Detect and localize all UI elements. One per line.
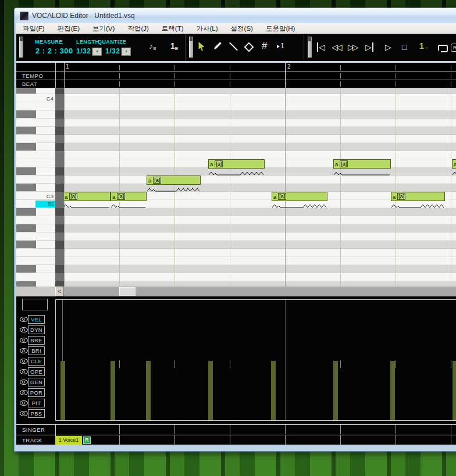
piano-key-fs3[interactable] [16, 143, 55, 151]
grid-row[interactable] [64, 151, 456, 159]
piano-key-gs3[interactable] [16, 127, 55, 135]
velocity-bar[interactable] [333, 361, 338, 420]
control-track-bri[interactable]: BRI [28, 346, 45, 355]
menu-item-file[interactable]: 파일(F) [16, 23, 51, 34]
grid-row[interactable] [64, 135, 456, 143]
visibility-eye-icon[interactable] [20, 338, 28, 343]
menu-item-track[interactable]: 트랙(T) [155, 23, 190, 34]
piano-key-a3[interactable] [16, 119, 55, 127]
piano-key-b3[interactable] [16, 102, 55, 110]
note-8-e3[interactable]: a[a] [452, 159, 456, 169]
velocity-bar[interactable] [111, 361, 115, 420]
velocity-bar[interactable] [146, 361, 151, 420]
grid-row[interactable] [64, 143, 456, 151]
control-track-gen[interactable]: GEN [28, 378, 45, 386]
rewind-icon[interactable]: ◁◁ [332, 42, 341, 52]
eraser-tool-icon[interactable] [244, 42, 254, 52]
control-track-pbs[interactable]: PBS [28, 409, 45, 418]
grid-row[interactable] [64, 102, 456, 110]
piano-key-ds3[interactable] [16, 167, 55, 176]
piano-key-gs2[interactable] [16, 224, 55, 232]
toolbar-gripper[interactable] [189, 37, 193, 58]
grid-row[interactable] [64, 127, 456, 135]
piano-keyboard[interactable]: C4C3B2 [16, 88, 64, 287]
menu-item-view[interactable]: 보기(V) [86, 23, 121, 34]
control-track-bre[interactable]: BRE [28, 336, 45, 345]
insert-measure-icon[interactable]: 1 [277, 42, 284, 50]
control-track-por[interactable]: POR [28, 388, 45, 397]
grid-row[interactable] [64, 273, 456, 281]
note-7-c3[interactable]: a[a] [391, 192, 445, 201]
piano-key-a2[interactable] [16, 216, 55, 224]
visibility-eye-icon[interactable] [20, 317, 28, 322]
visibility-eye-icon[interactable] [20, 359, 28, 364]
visibility-eye-icon[interactable] [20, 400, 28, 406]
grid-row[interactable] [64, 249, 456, 257]
piano-key-d2[interactable] [16, 273, 55, 281]
record-badge[interactable]: R [83, 436, 91, 444]
note-2-c3[interactable]: a[a] [111, 192, 147, 201]
grid-row[interactable] [64, 241, 456, 249]
length-dropdown-button[interactable]: ▾ [92, 48, 102, 56]
visibility-eye-icon[interactable] [20, 327, 28, 332]
menu-item-settings[interactable]: 설정(S) [225, 23, 259, 34]
scrollbar-thumb[interactable] [119, 287, 136, 296]
velocity-bar[interactable] [271, 361, 276, 420]
grid-row[interactable] [64, 265, 456, 273]
track-tab[interactable]: 1 Voice1 [55, 436, 82, 445]
piano-key-cs2[interactable] [16, 281, 55, 287]
grid-row[interactable] [64, 110, 456, 119]
visibility-eye-icon[interactable] [20, 369, 28, 374]
note-5-c3[interactable]: a[a] [272, 192, 327, 201]
grid-row[interactable] [64, 257, 456, 265]
length-value[interactable]: 1/32 [76, 47, 91, 55]
control-track-ope[interactable]: OPE [28, 367, 45, 376]
note-3-d3[interactable]: a[a] [147, 176, 201, 185]
selected-key-highlight[interactable]: B2 [35, 201, 55, 207]
skip-to-start-icon[interactable]: ◁ [317, 42, 325, 52]
control-track-dyn[interactable]: DYN [28, 325, 45, 334]
velocity-bar[interactable] [60, 361, 65, 420]
fast-forward-icon[interactable]: ▷▷ [348, 42, 357, 52]
measure-ruler[interactable]: TEMPO BEAT 12 [16, 63, 456, 88]
note-length-s-button[interactable]: ♪S [149, 41, 156, 51]
pointer-tool-icon[interactable] [198, 42, 205, 51]
menu-item-edit[interactable]: 편집(E) [51, 23, 86, 34]
visibility-eye-icon[interactable] [20, 348, 28, 353]
quantize-value[interactable]: 1/32 [105, 47, 120, 55]
stop-icon[interactable]: □ [402, 42, 407, 52]
return-to-measure-one-icon[interactable]: 1→ [419, 41, 429, 51]
note-6-e3[interactable]: a[a] [333, 159, 391, 169]
velocity-bar[interactable] [453, 361, 456, 420]
grid-row[interactable] [64, 88, 456, 94]
piano-key-e3[interactable] [16, 159, 55, 167]
piano-key-as3[interactable] [16, 110, 55, 119]
piano-key-cs3[interactable] [16, 184, 55, 192]
piano-roll-grid[interactable]: a[a]a[a]a[a]a[a]a[a]a[a]a[a]a[a] [64, 88, 456, 287]
toolbar-gripper[interactable] [308, 37, 312, 58]
note-1-c3[interactable]: a[a] [64, 192, 111, 201]
control-track-cle[interactable]: CLE [28, 357, 45, 366]
piano-key-ds2[interactable] [16, 265, 55, 273]
piano-key-d3[interactable] [16, 176, 55, 184]
grid-row[interactable] [64, 224, 456, 232]
grid-row[interactable] [64, 119, 456, 127]
note-4-e3[interactable]: a[a] [208, 159, 265, 169]
skip-to-end-icon[interactable]: ▷ [365, 42, 373, 52]
visibility-eye-icon[interactable] [20, 380, 28, 385]
quantize-dropdown-button[interactable]: ▾ [122, 48, 131, 56]
pencil-tool-icon[interactable] [213, 42, 222, 50]
title-bar[interactable]: VOCALOID Editor - Untitled1.vsq [15, 8, 456, 23]
piano-key-f2[interactable] [16, 249, 55, 257]
play-icon[interactable]: ▷ [385, 42, 391, 52]
grid-row[interactable] [64, 281, 456, 287]
control-track-pit[interactable]: PIT [28, 399, 45, 407]
grid-tool-icon[interactable]: # [262, 40, 267, 52]
grid-row[interactable] [64, 94, 456, 102]
visibility-eye-icon[interactable] [20, 411, 28, 416]
visibility-eye-icon[interactable] [20, 390, 28, 395]
toolbar-gripper[interactable] [19, 37, 23, 58]
menu-item-help[interactable]: 도움말(H) [259, 23, 301, 34]
piano-key-fs2[interactable] [16, 241, 55, 249]
menu-item-lyrics[interactable]: 가사(L) [190, 23, 224, 34]
